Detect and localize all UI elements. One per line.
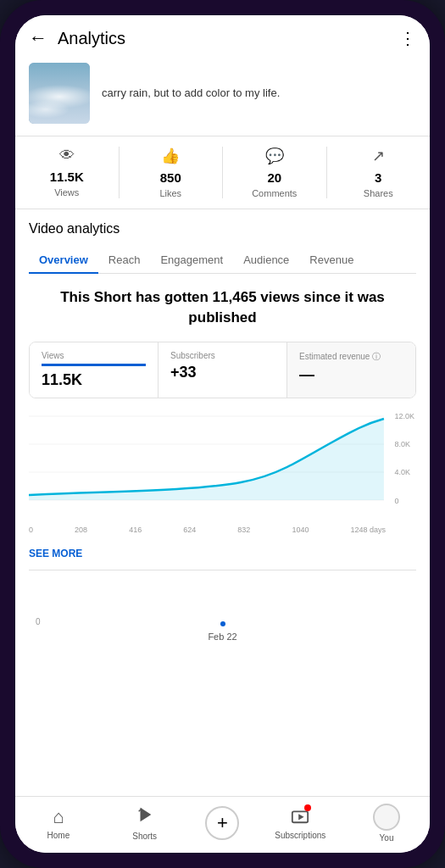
- metric-rev-label: Estimated revenue ⓘ: [299, 351, 403, 363]
- x-label-208: 208: [75, 526, 87, 534]
- tab-reach[interactable]: Reach: [98, 247, 151, 273]
- shorts-icon: [136, 805, 154, 829]
- video-description: carry rain, but to add color to my life.: [102, 86, 280, 101]
- phone-frame: ← Analytics ⋮ carry rain, but to add col…: [0, 0, 445, 868]
- lower-x-label: Feb 22: [29, 630, 416, 642]
- views-chart: [29, 412, 416, 505]
- likes-label: Likes: [159, 188, 181, 198]
- likes-value: 850: [160, 170, 181, 185]
- chart-svg-container: 12.0K 8.0K 4.0K 0: [29, 412, 416, 522]
- x-label-1248: 1248 days: [350, 526, 386, 534]
- nav-shorts-label: Shorts: [132, 832, 157, 841]
- tab-overview[interactable]: Overview: [29, 247, 98, 273]
- y-label-0: 0: [394, 497, 414, 505]
- views-icon: 👁: [59, 147, 75, 164]
- x-label-624: 624: [183, 526, 196, 534]
- metric-views-value: 11.5K: [42, 364, 146, 389]
- home-icon: ⌂: [53, 806, 64, 828]
- lower-chart-area: 0: [29, 579, 416, 630]
- metric-subscribers: Subscribers +33: [159, 342, 287, 398]
- y-label-12k: 12.0K: [394, 412, 414, 420]
- nav-shorts[interactable]: Shorts: [120, 805, 170, 841]
- see-more-button[interactable]: SEE MORE: [29, 541, 416, 570]
- chart-area: 12.0K 8.0K 4.0K 0 0 208 416 624 832 1040…: [29, 412, 416, 541]
- nav-subs-label: Subscriptions: [275, 831, 325, 840]
- tab-engagement[interactable]: Engagement: [150, 247, 233, 273]
- tab-revenue[interactable]: Revenue: [299, 247, 364, 273]
- analytics-section-title: Video analytics: [29, 221, 416, 236]
- subscriptions-icon: [291, 806, 309, 828]
- views-label: Views: [54, 187, 79, 198]
- video-thumbnail: [29, 63, 90, 124]
- chart-x-labels: 0 208 416 624 832 1040 1248 days: [29, 522, 416, 534]
- shares-label: Shares: [364, 188, 393, 198]
- stat-shares: ↗ 3 Shares: [327, 147, 431, 198]
- y-label-4k: 4.0K: [394, 468, 414, 476]
- shares-value: 3: [375, 170, 381, 185]
- phone-screen: ← Analytics ⋮ carry rain, but to add col…: [15, 15, 430, 853]
- nav-home-label: Home: [47, 831, 70, 840]
- likes-icon: 👍: [161, 147, 180, 165]
- lower-chart-dot: [220, 621, 225, 626]
- shares-icon: ↗: [372, 147, 385, 165]
- you-avatar: [373, 804, 400, 831]
- metric-views-label: Views: [42, 351, 146, 360]
- back-icon[interactable]: ←: [29, 27, 47, 49]
- metric-subs-label: Subscribers: [170, 351, 275, 360]
- comments-label: Comments: [252, 188, 297, 198]
- x-label-1040: 1040: [292, 526, 309, 534]
- nav-home[interactable]: ⌂ Home: [33, 806, 84, 840]
- metric-views: Views 11.5K: [30, 342, 159, 398]
- x-label-416: 416: [129, 526, 142, 534]
- svg-marker-4: [140, 808, 151, 822]
- y-label-8k: 8.0K: [394, 440, 414, 448]
- analytics-tabs: Overview Reach Engagement Audience Reven…: [29, 247, 416, 274]
- nav-add-button[interactable]: +: [205, 806, 239, 840]
- page-title: Analytics: [58, 29, 125, 48]
- stat-comments: 💬 20 Comments: [223, 147, 327, 198]
- analytics-section: Video analytics Overview Reach Engagemen…: [15, 209, 430, 796]
- nav-you-label: You: [380, 833, 394, 843]
- metric-rev-value: —: [299, 366, 403, 384]
- video-info: carry rain, but to add color to my life.: [15, 56, 430, 136]
- stats-row: 👁 11.5K Views 👍 850 Likes 💬 20 Comments …: [15, 136, 430, 209]
- more-options-icon[interactable]: ⋮: [399, 28, 416, 48]
- tab-audience[interactable]: Audience: [233, 247, 299, 273]
- header: ← Analytics ⋮: [15, 15, 430, 56]
- nav-you[interactable]: You: [361, 804, 412, 843]
- comments-icon: 💬: [265, 147, 284, 165]
- stat-likes: 👍 850 Likes: [120, 147, 224, 198]
- x-label-832: 832: [237, 526, 250, 534]
- nav-subscriptions[interactable]: Subscriptions: [275, 806, 325, 840]
- metric-revenue: Estimated revenue ⓘ —: [287, 342, 415, 398]
- stat-views: 👁 11.5K Views: [15, 147, 120, 198]
- lower-chart: 0 Feb 22: [29, 570, 416, 650]
- thumbnail-image: [29, 63, 90, 124]
- metrics-row: Views 11.5K Subscribers +33 Estimated re…: [29, 342, 416, 398]
- views-value: 11.5K: [50, 170, 84, 184]
- comments-value: 20: [267, 170, 281, 185]
- info-icon[interactable]: ⓘ: [372, 352, 381, 361]
- lower-chart-zero: 0: [36, 617, 41, 626]
- x-label-0: 0: [29, 526, 33, 534]
- chart-y-labels: 12.0K 8.0K 4.0K 0: [394, 412, 416, 505]
- bottom-nav: ⌂ Home Shorts +: [15, 796, 430, 853]
- metric-subs-value: +33: [170, 364, 275, 381]
- analytics-headline: This Short has gotten 11,465 views since…: [37, 287, 408, 328]
- svg-marker-7: [298, 814, 303, 820]
